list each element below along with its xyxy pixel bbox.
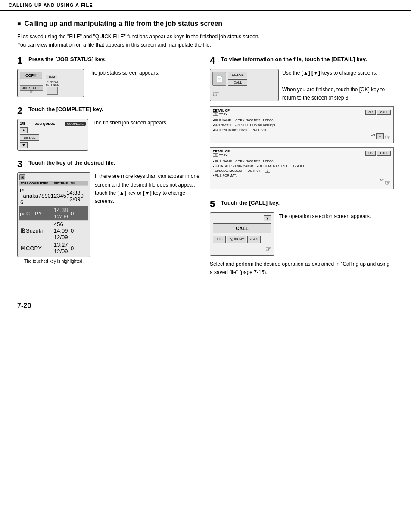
finger-icon-call: ☞ (265, 245, 271, 253)
doc-style-label: • DOCUMENT STYLE: (257, 164, 290, 168)
detail-screen-2-header: DETAIL OF 🖹 COPY OK CALL (213, 149, 391, 158)
section-title-text: Calling up and manipulating a file from … (24, 20, 222, 28)
step-4-header: 4 To view information on the file, touch… (210, 56, 394, 65)
step-3: 3 Touch the key of the desired file. ▣ J… (17, 159, 201, 264)
job-row-2-nu: 0 (71, 210, 87, 217)
detail-row-date: •DATE:2004/10/10 15:30 PAGES:10 (213, 128, 391, 132)
job-row-3[interactable]: 🖹Suzuki 456 14:09 12/09 0 (19, 220, 88, 241)
detail-screen-2-title: DETAIL OF 🖹 COPY (213, 149, 230, 157)
step-1-number: 1 (17, 56, 26, 65)
detail-right-btns: DETAIL CALL (228, 72, 247, 86)
detail-btn[interactable]: DETAIL (228, 72, 247, 78)
step-3-text: If there are more keys than can appear i… (95, 172, 201, 205)
finger-row: ☞ (212, 89, 276, 99)
step-2-body: 1/8 JOB QUEUE COMPLETE ▲ DETAIL ▼ (17, 119, 201, 151)
detail-screen-2: DETAIL OF 🖹 COPY OK CALL (210, 147, 394, 189)
intro-text: Files saved using the "FILE" and "QUICK … (17, 33, 394, 49)
call-screen-nav: ▼ (213, 215, 271, 221)
step-1-device: COPY DATA JOB STATUS CUSTOMSETTINGS (17, 69, 84, 97)
step4-screen-box: 📄 DETAIL CALL ☞ (210, 69, 279, 101)
ok-button-1[interactable]: OK (365, 110, 376, 115)
custom-settings-box[interactable] (47, 87, 58, 95)
up-key-ref: [▲] (118, 190, 126, 196)
up-arrow-ref: [▲] [▼] (302, 70, 320, 76)
job-status-button[interactable]: JOB STATUS (20, 85, 43, 91)
jobs-list-icon-row: ▣ (19, 174, 88, 180)
header-title: CALLING UP AND USING A FILE (9, 3, 93, 8)
detail-screen-1-actions: OK CALL (365, 110, 391, 115)
detail-button[interactable]: DETAIL (20, 134, 39, 141)
col-jobs: JOBS COMPLETED (20, 182, 54, 185)
step-5-text: The operation selection screen appears. (279, 212, 371, 221)
step-1-left-buttons: JOB STATUS (20, 85, 43, 91)
page-indicator-2: 2/2 (380, 179, 384, 187)
job-row-2[interactable]: 🖹COPY 14:38 12/09 0 (19, 206, 88, 220)
copy-icon-1: 🖹 (20, 189, 25, 192)
page-indicator-1: 1/2 (371, 133, 375, 141)
left-column: 1 Press the [JOB STATUS] key. COPY DATA … (17, 56, 201, 285)
job-row-1[interactable]: 🖹Tanaka789012345 6 14:38 12/09 0 (19, 185, 88, 206)
job-row-1-name: 🖹Tanaka789012345 6 (20, 186, 66, 205)
call-button-2[interactable]: CALL (377, 151, 391, 156)
data-label: DATA (46, 75, 58, 79)
step-1-title: Press the [JOB STATUS] key. (28, 56, 106, 62)
file-name-label: •FILE NAME: (213, 118, 232, 122)
call-button-large[interactable]: CALL (213, 223, 271, 233)
step-2: 2 Touch the [COMPLETE] key. 1/8 JOB QUEU… (17, 106, 201, 151)
fax-btn[interactable]: -FAX (247, 236, 261, 243)
col-nu: NU (71, 182, 87, 185)
jq-title: JOB QUEUE (35, 122, 55, 126)
step-3-header: 3 Touch the key of the desired file. (17, 159, 201, 169)
jobs-icon: ▣ (19, 174, 25, 180)
detail-screen-1-header: DETAIL OF 🖹 COPY OK CALL (213, 109, 391, 117)
job-row-4-time: 13:27 12/09 (54, 242, 71, 255)
custom-settings-label: CUSTOMSETTINGS (46, 81, 59, 86)
call-button-1[interactable]: CALL (377, 110, 391, 115)
step-5: 5 Touch the [CALL] key. ▼ CALL JOB 🖨 (210, 199, 394, 277)
main-content: Calling up and manipulating a file from … (0, 11, 411, 318)
job-row-3-time: 456 14:09 12/09 (54, 221, 71, 240)
ok-button-2[interactable]: OK (365, 151, 376, 156)
call-btn-small[interactable]: CALL (228, 79, 247, 86)
detail-icon-row: 📄 DETAIL CALL (212, 72, 276, 86)
step-5-note-text: Select and perform the desired operation… (210, 261, 389, 275)
up-button[interactable]: ▲ (20, 127, 28, 133)
job-row-4[interactable]: 🖹COPY 13:27 12/09 0 (19, 241, 88, 255)
step-4-number: 4 (210, 56, 218, 65)
up-nav-1[interactable]: ▲ (376, 133, 384, 139)
jobs-table-header: JOBS COMPLETED SET TIME NU (19, 181, 88, 185)
detail-row-2-datasize: • DATA SIZE: 21,987,543KB • DOCUMENT STY… (213, 164, 391, 168)
detail-row-2-filename: • FILE NAME COPY_20041021_153050 (213, 159, 391, 163)
job-row-3-nu: 0 (71, 227, 87, 234)
step-5-desc: The operation selection screen appears. (279, 213, 371, 219)
date-label: •DATE:2004/10/10 15:30 (213, 128, 249, 132)
copy-button[interactable]: COPY (20, 72, 42, 79)
complete-button[interactable]: COMPLETE (65, 122, 86, 126)
step-2-desc: The finished job screen appears. (93, 120, 168, 126)
detail-screen-1: DETAIL OF 🖹 COPY OK CALL (210, 106, 394, 143)
job-queue-device: 1/8 JOB QUEUE COMPLETE ▲ DETAIL ▼ (17, 119, 88, 151)
resolution-label: •RESOLUTION:600x600dpi (235, 123, 275, 127)
detail-subtitle: COPY (219, 113, 227, 116)
step-2-number: 2 (17, 106, 26, 115)
print-btn[interactable]: 🖨 PRINT (227, 236, 246, 243)
step-3-number: 3 (17, 159, 26, 169)
step-5-body: ▼ CALL JOB 🖨 PRINT -FAX ☞ (210, 212, 394, 256)
step-1-text: The job status screen appears. (88, 69, 201, 77)
copy-icon-2: 🖹 (20, 213, 25, 216)
job-row-2-name: 🖹COPY (20, 210, 54, 217)
down-nav-call[interactable]: ▼ (264, 215, 271, 221)
printer-icon: 🖨 (229, 237, 233, 242)
right-column: 4 To view information on the file, touch… (210, 56, 394, 285)
page-header: CALLING UP AND USING A FILE (0, 0, 411, 11)
step-3-body: ▣ JOBS COMPLETED SET TIME NU 🖹Tanaka7890… (17, 172, 201, 264)
job-row-2-time: 14:38 12/09 (54, 207, 71, 220)
step-5-number: 5 (210, 199, 218, 209)
down-button[interactable]: ▼ (20, 142, 28, 148)
job-btn[interactable]: JOB (213, 236, 226, 243)
job-row-4-name: 🖹COPY (20, 245, 54, 252)
step-5-note: Select and perform the desired operation… (210, 260, 394, 277)
step-5-title: Touch the [CALL] key. (221, 199, 280, 206)
detail-row-filename: •FILE NAME: COPY_20041021_153050 (213, 118, 391, 122)
detail-nav-row-1: 1/2 ▲ ☞ (213, 133, 391, 141)
